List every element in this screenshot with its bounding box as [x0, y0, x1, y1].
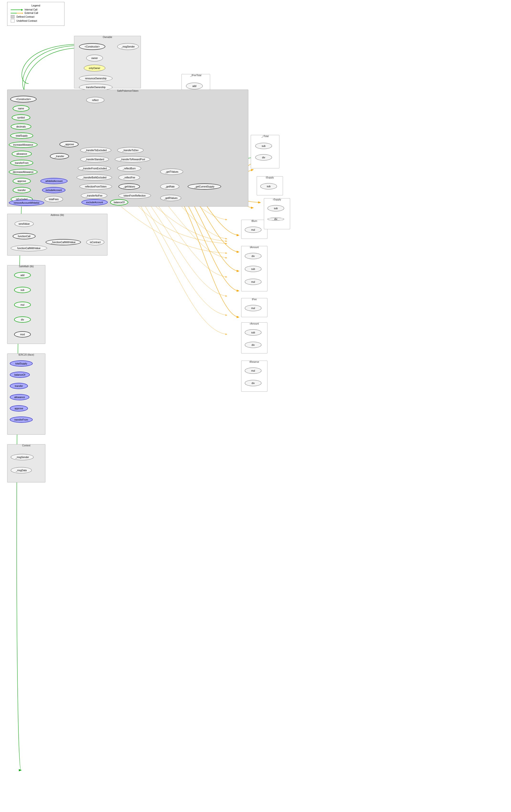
node-spt-constructor[interactable]: <Constructor> [10, 96, 36, 103]
node-spt-transfer[interactable]: transfer [13, 187, 31, 193]
node-ierc20-transferfrom[interactable]: transferFrom [10, 416, 33, 423]
node-spt-includeaccount[interactable]: includeAccount [42, 187, 65, 193]
legend-undefined: Undefined Contract [11, 19, 61, 23]
node-spt-transferfromexcluded[interactable]: _transferFromExcluded [78, 165, 111, 172]
node-spt-reflect[interactable]: reflect [86, 97, 104, 103]
node-sm-div[interactable]: div [14, 316, 31, 323]
node-spt-excludeaccount[interactable]: excludeAccount [82, 199, 108, 205]
node-spt-transferfrom[interactable]: transferFrom [10, 160, 33, 166]
legend-box: Legend ▶ Internal Call ● External Call D… [7, 2, 64, 26]
node-spt-allowance[interactable]: allowance [12, 151, 32, 157]
safepokemontoken-box: SafePokemonToken <Constructor> name symb… [7, 90, 248, 207]
node-spt-approve-internal[interactable]: _approve [59, 141, 79, 147]
rsupply-label: rSupply [264, 198, 290, 201]
node-spt-balanceof[interactable]: balanceOf [110, 199, 128, 205]
node-treserve-div[interactable]: div [245, 380, 262, 386]
node-spt-transfer-internal[interactable]: _transfer [50, 153, 69, 159]
node-ownable-onlyowner[interactable]: onlyOwner [84, 65, 105, 71]
node-addr-sendvalue[interactable]: sendValue [14, 221, 34, 227]
context-box: Context _msgSender _msgData [7, 444, 46, 483]
node-spt-transfertodev[interactable]: _transferToDev [117, 147, 144, 153]
node-tamount-div[interactable]: div [245, 253, 262, 259]
node-tburn-mul[interactable]: mul [245, 227, 262, 233]
node-rsupply-div[interactable]: div [267, 218, 284, 221]
ownable-box: Ownable <Constructor> _msgSender owner o… [74, 36, 141, 88]
node-spt-totalfees[interactable]: totalFees [44, 196, 63, 202]
node-spt-transferstandard[interactable]: _transferStandard [80, 156, 109, 163]
node-ctx-msgdata[interactable]: _msgData [11, 467, 32, 473]
node-rtotal-div[interactable]: div [255, 154, 272, 161]
node-sm-mul[interactable]: mul [14, 302, 31, 308]
node-tfeetotal-add[interactable]: add [186, 83, 203, 89]
node-treserve-mul[interactable]: mul [245, 368, 262, 374]
node-spt-decimals[interactable]: decimals [11, 123, 31, 130]
legend-external: ● External Call [11, 12, 61, 14]
main-canvas: Legend ▶ Internal Call ● External Call D… [0, 0, 511, 812]
legend-internal: ▶ Internal Call [11, 8, 61, 11]
node-spt-totalsupply[interactable]: totalSupply [10, 133, 33, 139]
rtotal-label: _rTotal [251, 135, 279, 138]
tsupply-box: tSupply sub [257, 176, 283, 195]
safemath-label: SafeMath (lib) [7, 265, 45, 268]
node-spt-gettvalues[interactable]: _getTValues [160, 169, 183, 175]
node-spt-name[interactable]: name [13, 105, 29, 112]
node-sm-add[interactable]: add [14, 272, 31, 278]
node-addr-functioncallwithvalue[interactable]: functionCallWithValue [11, 245, 47, 251]
tfee-label: tFee [241, 298, 267, 301]
node-spt-transfernofee[interactable]: _transferNoFee [81, 193, 107, 199]
node-spt-reflectburn[interactable]: _reflectBurn [117, 165, 141, 172]
node-tamount-mul[interactable]: mul [245, 279, 262, 285]
node-spt-whitelistaccount[interactable]: whitelistAccount [40, 178, 67, 184]
node-tfee-mul[interactable]: mul [245, 305, 262, 311]
node-spt-transfertoexcluded[interactable]: _transferToExcluded [80, 147, 111, 153]
node-sm-mod[interactable]: mod [14, 331, 31, 338]
legend-undefined-label: Undefined Contract [17, 20, 37, 22]
tsupply-label: tSupply [257, 176, 283, 179]
safepokemontoken-label: SafePokemonToken [7, 90, 248, 92]
node-ierc20-totalsupply[interactable]: totalSupply [10, 360, 33, 367]
node-ownable-renounce[interactable]: renounceOwnership [79, 75, 113, 82]
node-spt-reflectfee[interactable]: _reflectFee [118, 174, 140, 180]
tamount-label: tAmount [241, 246, 267, 249]
node-addr-functioncallwithvalue-int[interactable]: _functionCallWithValue [46, 239, 81, 245]
node-spt-increaseallowance[interactable]: increaseAllowance [9, 142, 37, 148]
node-addr-functioncall[interactable]: functionCall [13, 233, 36, 239]
node-tsupply-sub[interactable]: sub [260, 183, 277, 190]
node-spt-approve[interactable]: approve [13, 178, 31, 184]
node-tamount-sub[interactable]: sub [245, 266, 262, 272]
node-ownable-owner[interactable]: owner [86, 55, 103, 61]
node-spt-transferbothexcluded[interactable]: _transferBothExcluded [77, 174, 112, 180]
node-spt-transfertorewardpool[interactable]: _transferToRewardPool [115, 156, 150, 163]
node-rtotal-sub[interactable]: sub [255, 143, 272, 149]
node-spt-getrvalues[interactable]: _getRValues [160, 195, 181, 201]
node-spt-removeaccount[interactable]: removeAccountWhitelist [9, 200, 44, 206]
ierc20-box: IERC20 (iface) totalSupply balanceOf tra… [7, 353, 46, 435]
node-spt-getcurrentsupply[interactable]: _getCurrentSupply [188, 183, 221, 190]
node-spt-getvalues[interactable]: _getValues [118, 183, 140, 190]
node-spt-decreaseallowance[interactable]: decreaseAllowance [9, 169, 37, 175]
node-ierc20-balanceof[interactable]: balanceOf [10, 372, 30, 378]
address-box: Address (lib) sendValue functionCall _fu… [7, 214, 108, 256]
tfeetotal-label: _tFeeTotal [182, 74, 210, 77]
node-ramount-div[interactable]: div [245, 342, 262, 348]
ramount-label: rAmount [241, 322, 267, 325]
node-ierc20-allowance[interactable]: allowance [10, 394, 29, 400]
address-label: Address (lib) [7, 214, 107, 216]
legend-defined: Defined Contract [11, 15, 61, 19]
node-spt-reflectionfromtoken[interactable]: reflectionFromToken [80, 183, 112, 190]
node-spt-getrate[interactable]: _getRate [160, 183, 179, 190]
node-ierc20-approve[interactable]: approve [10, 405, 28, 411]
node-ierc20-transfer[interactable]: transfer [10, 383, 28, 389]
ramount-box: rAmount sub div [241, 322, 267, 353]
node-ramount-sub[interactable]: sub [245, 329, 262, 336]
node-ownable-msgsender[interactable]: _msgSender [117, 43, 139, 50]
tamount-box: tAmount div sub mul [241, 246, 267, 291]
node-spt-symbol[interactable]: symbol [12, 114, 30, 121]
safemath-box: SafeMath (lib) add sub mul div mod [7, 265, 46, 344]
node-addr-iscontract[interactable]: isContract [86, 239, 104, 245]
node-spt-tokenfromreflection[interactable]: tokenFromReflection [118, 193, 151, 199]
node-sm-sub[interactable]: sub [14, 287, 31, 293]
node-rsupply-sub[interactable]: sub [267, 205, 284, 211]
node-ownable-constructor[interactable]: <Constructor> [79, 43, 105, 50]
node-ctx-msgsender[interactable]: _msgSender [11, 454, 34, 460]
